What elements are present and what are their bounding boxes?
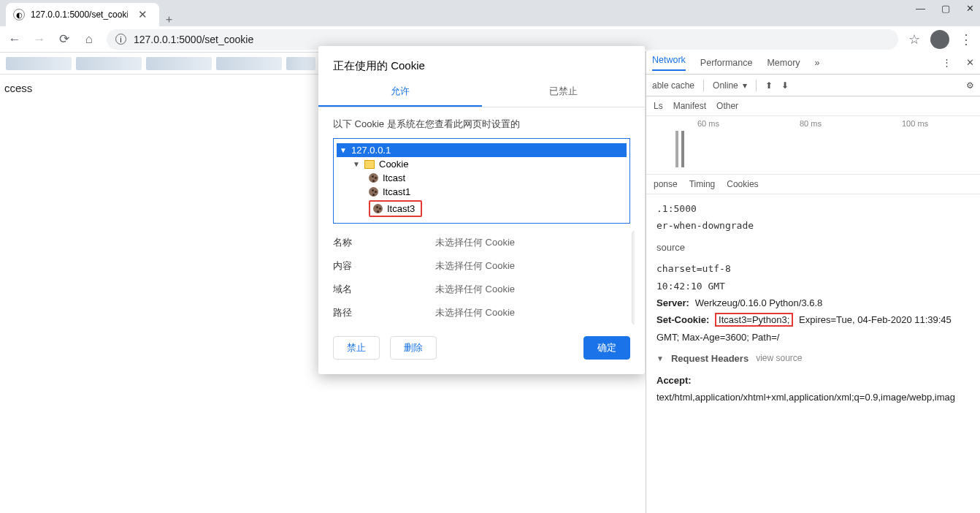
settings-gear-icon[interactable]: ⚙ bbox=[966, 80, 974, 91]
section-label: source bbox=[656, 239, 685, 256]
field-label: 名称 bbox=[333, 236, 435, 249]
forward-button: → bbox=[32, 32, 47, 47]
field-label: 内容 bbox=[333, 259, 435, 273]
field-label: 域名 bbox=[333, 283, 435, 296]
page-text: ccess bbox=[4, 82, 32, 94]
delete-button[interactable]: 删除 bbox=[390, 336, 437, 360]
timeline-tick: 80 ms bbox=[800, 119, 822, 128]
bookmark-star-icon[interactable]: ☆ bbox=[908, 31, 920, 48]
bookmark-item[interactable] bbox=[76, 57, 142, 70]
header-line: Server: Werkzeug/0.16.0 Python/3.6.8 bbox=[656, 294, 970, 311]
new-tab-button[interactable]: ＋ bbox=[159, 12, 179, 26]
bookmark-item[interactable] bbox=[216, 57, 282, 70]
cookie-detail-table: 名称未选择任何 Cookie 内容未选择任何 Cookie 域名未选择任何 Co… bbox=[333, 231, 635, 324]
folder-icon bbox=[364, 160, 375, 169]
tab-favicon: ◐ bbox=[13, 9, 25, 20]
dialog-tab-block[interactable]: 已禁止 bbox=[482, 77, 646, 107]
devtools-panel: Network Performance Memory » ⋮ ✕ able ca… bbox=[646, 51, 980, 513]
tree-cookie-item[interactable]: Itcast3 bbox=[337, 199, 627, 218]
bookmark-item[interactable] bbox=[286, 57, 315, 70]
tree-root-label: 127.0.0.1 bbox=[351, 145, 391, 156]
download-icon[interactable]: ⬇ bbox=[781, 80, 789, 91]
network-timeline[interactable]: 60 ms 80 ms 100 ms bbox=[646, 116, 980, 175]
request-subtabs: ponse Timing Cookies bbox=[646, 175, 980, 194]
window-minimize[interactable]: — bbox=[916, 3, 925, 14]
filter-item[interactable]: Manifest bbox=[673, 101, 706, 111]
timeline-tick: 100 ms bbox=[902, 119, 928, 128]
field-value: 未选择任何 Cookie bbox=[435, 306, 515, 319]
header-line: Accept: text/html,application/xhtml+xml,… bbox=[656, 372, 970, 406]
cookie-dialog: 正在使用的 Cookie 允许 已禁止 以下 Cookie 是系统在您查看此网页… bbox=[318, 46, 645, 374]
bookmark-item[interactable] bbox=[6, 57, 72, 70]
devtools-menu-icon[interactable]: ⋮ bbox=[942, 57, 952, 68]
header-line: .1:5000 bbox=[656, 200, 970, 217]
cookie-icon bbox=[373, 204, 383, 213]
dialog-description: 以下 Cookie 是系统在您查看此网页时设置的 bbox=[318, 107, 645, 138]
header-line: 10:42:10 GMT bbox=[656, 278, 970, 294]
header-line: charset=utf-8 bbox=[656, 260, 970, 277]
tree-root[interactable]: ▼ 127.0.0.1 bbox=[337, 143, 627, 157]
field-value: 未选择任何 Cookie bbox=[435, 259, 515, 273]
cookie-name: Itcast bbox=[383, 172, 405, 183]
reload-button[interactable]: ⟳ bbox=[57, 31, 72, 47]
tab-title: 127.0.0.1:5000/set_cookie bbox=[31, 10, 128, 20]
devtools-tab-performance[interactable]: Performance bbox=[700, 58, 753, 68]
browser-menu-icon[interactable]: ⋮ bbox=[960, 31, 973, 48]
section-title: Request Headers bbox=[671, 350, 749, 367]
dialog-tab-allow[interactable]: 允许 bbox=[318, 77, 482, 107]
timeline-tick: 60 ms bbox=[697, 119, 719, 128]
profile-avatar[interactable] bbox=[930, 30, 949, 49]
block-button[interactable]: 禁止 bbox=[333, 336, 380, 360]
cookie-name: Itcast1 bbox=[383, 186, 410, 197]
tree-folder-label: Cookie bbox=[379, 159, 408, 170]
devtools-tab-memory[interactable]: Memory bbox=[767, 58, 800, 68]
cookie-tree: ▼ 127.0.0.1 ▼ Cookie Itcast Itcast1 Itca… bbox=[333, 138, 630, 224]
throttling-select[interactable]: Online ▾ bbox=[713, 80, 747, 91]
devtools-tab-network[interactable]: Network bbox=[652, 55, 686, 71]
filter-item[interactable]: Ls bbox=[654, 101, 663, 111]
highlighted-cookie: Itcast3 bbox=[369, 200, 422, 217]
tab-close-icon[interactable]: ✕ bbox=[134, 8, 152, 21]
disclosure-icon: ▼ bbox=[656, 352, 664, 365]
view-source-link[interactable]: view source bbox=[756, 351, 802, 367]
tree-folder[interactable]: ▼ Cookie bbox=[337, 157, 627, 171]
window-close[interactable]: ✕ bbox=[966, 3, 974, 14]
tree-cookie-item[interactable]: Itcast1 bbox=[337, 185, 627, 199]
home-button[interactable]: ⌂ bbox=[82, 32, 96, 47]
browser-tab[interactable]: ◐ 127.0.0.1:5000/set_cookie ✕ bbox=[6, 3, 159, 26]
field-value: 未选择任何 Cookie bbox=[435, 283, 515, 296]
disable-cache-label: able cache bbox=[652, 80, 694, 91]
subtab-timing[interactable]: Timing bbox=[689, 179, 716, 189]
header-line: er-when-downgrade bbox=[656, 217, 970, 234]
tree-cookie-item[interactable]: Itcast bbox=[337, 171, 627, 185]
network-toolbar: able cache Online ▾ ⬆ ⬇ ⚙ bbox=[646, 75, 980, 96]
upload-icon[interactable]: ⬆ bbox=[765, 80, 773, 91]
disclosure-icon: ▼ bbox=[353, 160, 360, 168]
highlighted-set-cookie: Itcast3=Python3; bbox=[715, 313, 793, 327]
bookmark-item[interactable] bbox=[146, 57, 212, 70]
request-headers-section[interactable]: ▼ Request Headers view source bbox=[656, 350, 970, 367]
devtools-tabs: Network Performance Memory » ⋮ ✕ bbox=[646, 51, 980, 75]
headers-section[interactable]: source bbox=[656, 239, 970, 256]
field-label: 路径 bbox=[333, 306, 435, 319]
dialog-title: 正在使用的 Cookie bbox=[318, 46, 645, 77]
header-line: Set-Cookie: Itcast3=Python3; Expires=Tue… bbox=[656, 311, 970, 346]
subtab-response[interactable]: ponse bbox=[654, 179, 678, 189]
tab-strip: ◐ 127.0.0.1:5000/set_cookie ✕ ＋ bbox=[0, 0, 980, 26]
disclosure-icon: ▼ bbox=[340, 146, 347, 154]
headers-pane[interactable]: .1:5000 er-when-downgrade source charset… bbox=[646, 194, 980, 411]
back-button[interactable]: ← bbox=[7, 32, 22, 47]
filter-item[interactable]: Other bbox=[716, 101, 738, 111]
devtools-close-icon[interactable]: ✕ bbox=[966, 57, 974, 68]
window-maximize[interactable]: ▢ bbox=[941, 3, 950, 14]
subtab-cookies[interactable]: Cookies bbox=[727, 179, 758, 189]
cookie-icon bbox=[369, 173, 378, 183]
cookie-name: Itcast3 bbox=[387, 203, 415, 214]
cookie-icon bbox=[369, 187, 378, 197]
site-info-icon[interactable]: i bbox=[115, 34, 126, 45]
filter-row: Ls Manifest Other bbox=[646, 96, 980, 116]
url-text: 127.0.0.1:5000/set_cookie bbox=[134, 34, 253, 45]
ok-button[interactable]: 确定 bbox=[583, 336, 630, 360]
field-value: 未选择任何 Cookie bbox=[435, 236, 515, 249]
devtools-tabs-overflow-icon[interactable]: » bbox=[815, 58, 820, 68]
